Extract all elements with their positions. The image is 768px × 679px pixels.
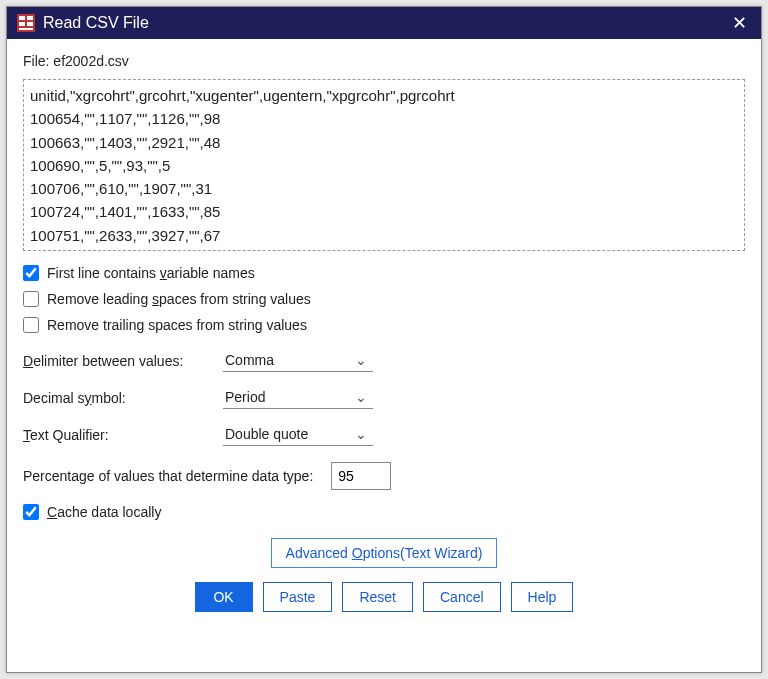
file-label: File: [23,53,49,69]
cache-row: Cache data locally [23,504,745,520]
paste-button[interactable]: Paste [263,582,333,612]
percentage-input[interactable] [331,462,391,490]
dialog-buttons: OK Paste Reset Cancel Help [23,582,745,612]
delimiter-label: Delimiter between values: [23,353,223,369]
remove-leading-checkbox[interactable] [23,291,39,307]
percentage-label: Percentage of values that determine data… [23,468,313,484]
advanced-row: Advanced Options(Text Wizard) [23,538,745,568]
qualifier-select[interactable]: Double quote ⌄ [223,423,373,446]
close-icon[interactable]: ✕ [727,12,751,34]
svg-rect-2 [27,16,33,20]
cancel-button[interactable]: Cancel [423,582,501,612]
file-name: ef2002d.csv [53,53,129,69]
settings-grid: Delimiter between values: Comma ⌄ Decima… [23,349,745,446]
first-line-checkbox[interactable] [23,265,39,281]
svg-rect-5 [19,28,33,30]
qualifier-value: Double quote [225,426,308,442]
advanced-options-button[interactable]: Advanced Options(Text Wizard) [271,538,498,568]
svg-rect-3 [19,22,25,26]
cache-label[interactable]: Cache data locally [47,504,161,520]
titlebar[interactable]: Read CSV File ✕ [7,7,761,39]
remove-leading-label[interactable]: Remove leading spaces from string values [47,291,311,307]
first-line-label[interactable]: First line contains variable names [47,265,255,281]
qualifier-label: Text Qualifier: [23,427,223,443]
window-title: Read CSV File [43,14,727,32]
csv-preview[interactable] [23,79,745,251]
svg-rect-1 [19,16,25,20]
decimal-select[interactable]: Period ⌄ [223,386,373,409]
remove-trailing-label[interactable]: Remove trailing spaces from string value… [47,317,307,333]
remove-trailing-row: Remove trailing spaces from string value… [23,317,745,333]
delimiter-select[interactable]: Comma ⌄ [223,349,373,372]
remove-leading-row: Remove leading spaces from string values [23,291,745,307]
dialog-content: File: ef2002d.csv First line contains va… [7,39,761,672]
chevron-down-icon: ⌄ [355,389,367,405]
cache-checkbox[interactable] [23,504,39,520]
file-label-row: File: ef2002d.csv [23,53,745,69]
first-line-row: First line contains variable names [23,265,745,281]
svg-rect-4 [27,22,33,26]
ok-button[interactable]: OK [195,582,253,612]
decimal-label: Decimal symbol: [23,390,223,406]
dialog-window: Read CSV File ✕ File: ef2002d.csv First … [6,6,762,673]
percentage-row: Percentage of values that determine data… [23,462,745,490]
remove-trailing-checkbox[interactable] [23,317,39,333]
reset-button[interactable]: Reset [342,582,413,612]
app-icon [17,14,35,32]
chevron-down-icon: ⌄ [355,352,367,368]
chevron-down-icon: ⌄ [355,426,367,442]
decimal-value: Period [225,389,265,405]
delimiter-value: Comma [225,352,274,368]
help-button[interactable]: Help [511,582,574,612]
